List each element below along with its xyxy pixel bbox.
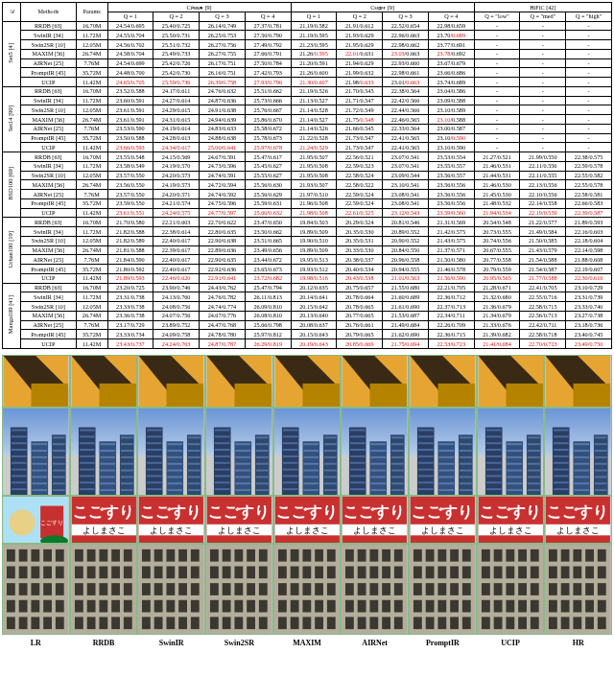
svg-rect-59 (80, 481, 95, 483)
value-cell: 24.19/0.570 (154, 161, 200, 171)
svg-rect-155 (303, 443, 319, 445)
svg-rect-69 (100, 489, 115, 491)
svg-rect-135 (256, 450, 269, 452)
svg-rect-159 (303, 469, 319, 471)
value-cell: 23.44/0.672 (245, 255, 291, 265)
svg-rect-339 (56, 549, 64, 562)
value-cell: 23.70/0.689 (428, 31, 474, 40)
value-cell: 24.76/0.782 (200, 292, 246, 302)
svg-rect-264 (528, 482, 540, 484)
value-cell: 21.19/0.595 (291, 31, 337, 40)
svg-rect-60 (80, 488, 95, 490)
svg-rect-459 (278, 617, 287, 629)
svg-rect-335 (7, 549, 15, 562)
value-cell: 23.66/0.686 (428, 68, 474, 78)
svg-rect-32 (32, 450, 47, 452)
value-cell: 21.53/0.687 (383, 311, 429, 320)
svg-rect-76 (121, 469, 133, 471)
table-row: MAXIM [56]26.74M23.61/0.59124.31/0.61524… (3, 115, 612, 125)
value-cell: 27.66/0.791 (245, 49, 291, 58)
value-cell: 22.40/0.617 (154, 255, 200, 265)
column-caption: HR (544, 639, 612, 647)
methods-col: Methods (21, 3, 77, 22)
svg-rect-467 (370, 549, 379, 562)
value-cell: 23.49/0.656 (245, 245, 291, 255)
value-cell: 26.29/0.819 (245, 339, 291, 349)
value-cell: 23.78/0.692 (428, 49, 474, 58)
column-caption: Swin2SR (205, 639, 273, 647)
svg-rect-34 (32, 462, 47, 464)
svg-rect-454 (278, 600, 287, 613)
svg-rect-522 (482, 566, 490, 578)
svg-rect-289 (595, 443, 607, 445)
svg-rect-198 (391, 456, 404, 458)
svg-rect-230 (460, 462, 472, 464)
svg-rect-222 (438, 476, 454, 478)
svg-rect-158 (303, 462, 319, 464)
svg-rect-206 (418, 429, 434, 431)
value-cell: 24.13/0.760 (154, 292, 200, 302)
value-cell: 23.74/0.689 (428, 78, 474, 87)
value-cell: 22.59/0.523 (337, 161, 383, 171)
value-cell: 21.28/0.671 (474, 283, 520, 292)
svg-rect-473 (383, 566, 391, 578)
table-row: UCIP11.42M23.43/0.73724.24/0.76324.87/0.… (3, 339, 612, 349)
svg-rect-164 (324, 436, 337, 438)
params-col: Params (76, 3, 107, 22)
svg-rect-105 (188, 456, 201, 458)
svg-rect-451 (302, 583, 311, 595)
value-cell: 23.07/0.541 (383, 152, 429, 162)
svg-rect-7 (235, 384, 272, 407)
params-cell: 7.76M (76, 124, 107, 133)
svg-rect-213 (418, 475, 434, 477)
table-row: UCIP11.42M24.65/0.70525.59/0.73626.39/0.… (3, 78, 612, 87)
svg-rect-221 (438, 469, 454, 471)
svg-rect-20 (12, 429, 27, 431)
method-cell: RRDB [63] (21, 21, 77, 31)
svg-rect-397 (142, 583, 151, 595)
value-cell: 19.95/0.513 (291, 255, 337, 265)
value-cell: - (474, 31, 520, 40)
value-cell: 23.59/0.550 (107, 198, 154, 208)
value-cell: 22.18/0.604 (566, 236, 612, 245)
svg-rect-148 (283, 455, 298, 457)
svg-rect-96 (168, 462, 183, 464)
svg-rect-556 (586, 583, 595, 595)
params-cell: 12.05M (76, 105, 107, 115)
value-cell: - (474, 133, 520, 143)
value-cell: 21.42/0.575 (428, 227, 474, 237)
svg-rect-93 (168, 443, 183, 445)
value-cell: 25.66/0.798 (245, 320, 291, 330)
svg-rect-161 (303, 482, 319, 484)
svg-rect-372 (86, 583, 95, 595)
quality-col: Q = 4 (245, 12, 291, 21)
value-cell: 25.47/0.617 (245, 152, 291, 162)
svg-rect-478 (383, 583, 391, 595)
svg-rect-510 (462, 600, 471, 613)
svg-rect-276 (554, 481, 569, 483)
svg-rect-491 (413, 549, 422, 562)
value-cell: - (566, 133, 612, 143)
value-cell: 25.73/0.666 (245, 96, 291, 105)
image-patch (2, 544, 70, 635)
value-cell: - (520, 58, 566, 68)
svg-rect-371 (75, 583, 83, 595)
svg-rect-279 (575, 443, 590, 445)
value-cell: 22.90/0.638 (200, 236, 246, 245)
svg-rect-175 (350, 429, 366, 431)
svg-rect-552 (598, 566, 606, 578)
svg-rect-94 (168, 450, 183, 452)
value-cell: 25.45/0.627 (245, 161, 291, 171)
svg-rect-499 (450, 566, 459, 578)
value-cell: 21.95/0.508 (291, 161, 337, 171)
value-cell: 21.70/0.545 (337, 86, 383, 96)
value-cell: 23.10/0.541 (383, 180, 429, 190)
svg-rect-548 (549, 566, 557, 578)
svg-rect-439 (278, 549, 287, 562)
svg-rect-263 (528, 476, 540, 478)
svg-rect-489 (394, 617, 403, 629)
svg-rect-202 (391, 482, 404, 484)
image-patch (273, 544, 342, 635)
value-cell: 20.78/0.665 (337, 302, 383, 312)
value-cell: 19.90/0.510 (291, 236, 337, 245)
